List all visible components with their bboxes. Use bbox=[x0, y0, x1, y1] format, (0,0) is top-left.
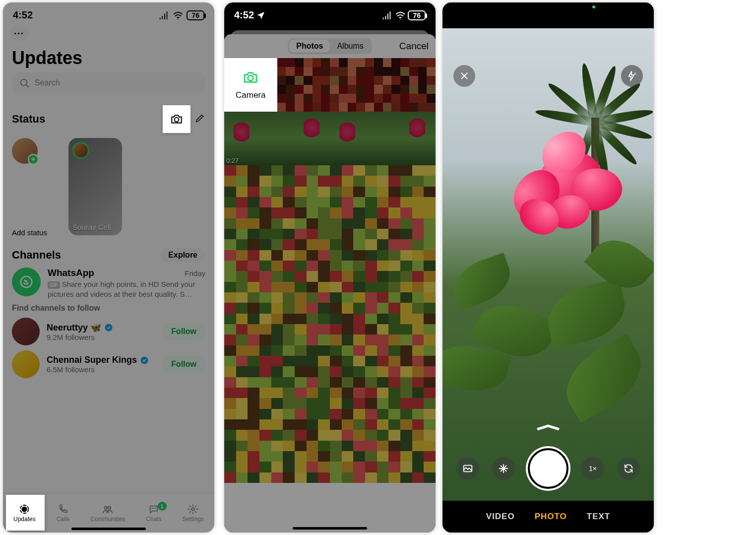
status-row: ＋ Add status Sourav Cell bbox=[12, 138, 205, 237]
status-time: 4:52 bbox=[234, 9, 265, 21]
home-indicator bbox=[293, 527, 367, 530]
flash-auto-icon: A bbox=[627, 70, 637, 81]
photo-thumbnail[interactable] bbox=[277, 58, 330, 112]
svg-point-7 bbox=[105, 506, 108, 509]
suggested-channel-row[interactable]: Neeruttyy 🦋 9.2M followers Follow bbox=[12, 318, 205, 345]
tab-calls[interactable]: Calls bbox=[57, 504, 70, 523]
verified-icon bbox=[104, 323, 113, 332]
status-bar: 4:52 76 bbox=[3, 2, 214, 23]
channel-row[interactable]: WhatsApp Friday GIFShare your high point… bbox=[12, 268, 205, 299]
verified-icon bbox=[140, 356, 149, 365]
mode-text[interactable]: TEXT bbox=[587, 512, 610, 522]
flash-button[interactable]: A bbox=[621, 65, 643, 87]
video-duration: 0:27 bbox=[226, 157, 239, 164]
communities-tab-icon bbox=[102, 504, 113, 515]
gallery-icon bbox=[462, 463, 473, 474]
camera-cell[interactable]: Camera bbox=[224, 58, 277, 112]
cancel-button[interactable]: Cancel bbox=[399, 41, 429, 52]
photo-thumbnail[interactable] bbox=[383, 112, 436, 165]
updates-tab-icon bbox=[19, 504, 30, 515]
tab-settings[interactable]: Settings bbox=[183, 504, 204, 523]
video-thumbnail[interactable]: 0:27 bbox=[224, 112, 277, 165]
suggested-followers: 6.5M followers bbox=[47, 365, 155, 374]
camera-mode-bar: VIDEO PHOTO TEXT bbox=[442, 501, 654, 533]
photo-thumbnail[interactable] bbox=[330, 112, 383, 165]
wifi-icon bbox=[173, 10, 184, 21]
search-input[interactable]: Search bbox=[12, 72, 205, 93]
svg-point-9 bbox=[192, 508, 195, 511]
whatsapp-icon bbox=[19, 274, 34, 289]
suggested-avatar bbox=[12, 350, 40, 378]
status-section-header: Status bbox=[12, 105, 205, 133]
location-icon bbox=[257, 11, 265, 19]
photo-picker-screen: 4:52 76 Photos Albums Cancel Camera bbox=[224, 2, 436, 533]
photo-thumbnail[interactable] bbox=[383, 58, 436, 112]
photo-thumbnail[interactable] bbox=[277, 112, 330, 165]
find-channels-label: Find channels to follow bbox=[12, 304, 205, 313]
svg-point-3 bbox=[105, 324, 113, 331]
camera-capture-screen: A 1× VIDEO PHOTO TEXT bbox=[442, 2, 654, 533]
photo-thumbnail-blurred[interactable] bbox=[224, 165, 436, 483]
home-indicator bbox=[71, 528, 146, 530]
picker-top-bar: Photos Albums Cancel bbox=[224, 34, 436, 58]
search-placeholder: Search bbox=[35, 78, 60, 87]
status-bar: 4:52 76 bbox=[224, 2, 436, 23]
status-avatar bbox=[72, 142, 89, 159]
tab-chats[interactable]: 1 Chats bbox=[146, 504, 161, 523]
status-time: 4:52 bbox=[13, 9, 33, 21]
camera-cell-label: Camera bbox=[236, 90, 265, 100]
flip-camera-button[interactable] bbox=[617, 457, 640, 480]
follow-button[interactable]: Follow bbox=[162, 323, 205, 340]
status-card-name: Sourav Cell bbox=[72, 223, 111, 231]
suggested-channel-row[interactable]: Chennai Super Kings 6.5M followers Follo… bbox=[12, 350, 205, 378]
tab-communities[interactable]: Communities bbox=[90, 504, 125, 523]
page-title: Updates bbox=[12, 48, 205, 68]
zoom-label: 1× bbox=[589, 465, 597, 472]
segment-photos[interactable]: Photos bbox=[289, 40, 330, 53]
channel-avatar bbox=[12, 268, 41, 296]
svg-point-4 bbox=[141, 356, 148, 364]
channels-section-header: Channels Explore bbox=[12, 248, 205, 263]
channel-time: Friday bbox=[185, 269, 205, 277]
svg-point-1 bbox=[175, 118, 179, 122]
suggested-followers: 9.2M followers bbox=[47, 333, 155, 341]
more-menu-button[interactable]: ••• bbox=[10, 26, 29, 41]
calls-tab-icon bbox=[58, 504, 68, 515]
status-header-label: Status bbox=[12, 113, 45, 126]
camera-chevron-up[interactable] bbox=[535, 423, 561, 427]
updates-screen: 4:52 76 ••• Updates Search Status bbox=[3, 2, 214, 533]
mode-photo[interactable]: PHOTO bbox=[535, 512, 567, 522]
photo-thumbnail[interactable] bbox=[330, 58, 383, 112]
privacy-indicator-icon bbox=[592, 5, 595, 8]
photo-picker-sheet: Photos Albums Cancel Camera 0:27 bbox=[224, 34, 436, 533]
status-card[interactable]: Sourav Cell bbox=[68, 138, 122, 235]
chats-badge: 1 bbox=[158, 502, 167, 511]
shutter-button[interactable] bbox=[528, 448, 568, 489]
search-icon bbox=[19, 77, 30, 88]
mode-video[interactable]: VIDEO bbox=[486, 512, 515, 522]
close-icon bbox=[459, 70, 470, 81]
signal-icon bbox=[159, 10, 170, 21]
add-status-tile[interactable]: ＋ Add status bbox=[12, 138, 63, 237]
signal-icon bbox=[382, 10, 393, 21]
segment-albums[interactable]: Albums bbox=[330, 40, 370, 53]
camera-icon bbox=[243, 69, 258, 85]
status-pencil-button[interactable] bbox=[194, 113, 205, 126]
follow-button[interactable]: Follow bbox=[162, 356, 205, 373]
gif-badge: GIF bbox=[48, 281, 60, 289]
zoom-button[interactable]: 1× bbox=[581, 457, 604, 480]
segmented-control[interactable]: Photos Albums bbox=[288, 38, 372, 54]
camera-viewfinder[interactable]: A 1× bbox=[442, 28, 654, 501]
battery-indicator: 76 bbox=[187, 10, 204, 20]
suggested-name: Neeruttyy 🦋 bbox=[47, 322, 155, 333]
wifi-icon bbox=[395, 10, 406, 21]
gallery-button[interactable] bbox=[456, 457, 479, 480]
settings-tab-icon bbox=[188, 504, 198, 515]
status-camera-button[interactable] bbox=[163, 105, 190, 133]
filters-button[interactable] bbox=[492, 457, 515, 480]
status-icons: 76 bbox=[159, 9, 204, 21]
tab-updates[interactable]: Updates bbox=[13, 504, 36, 523]
explore-button[interactable]: Explore bbox=[160, 248, 205, 263]
status-icons: 76 bbox=[382, 9, 426, 21]
close-button[interactable] bbox=[453, 65, 475, 87]
